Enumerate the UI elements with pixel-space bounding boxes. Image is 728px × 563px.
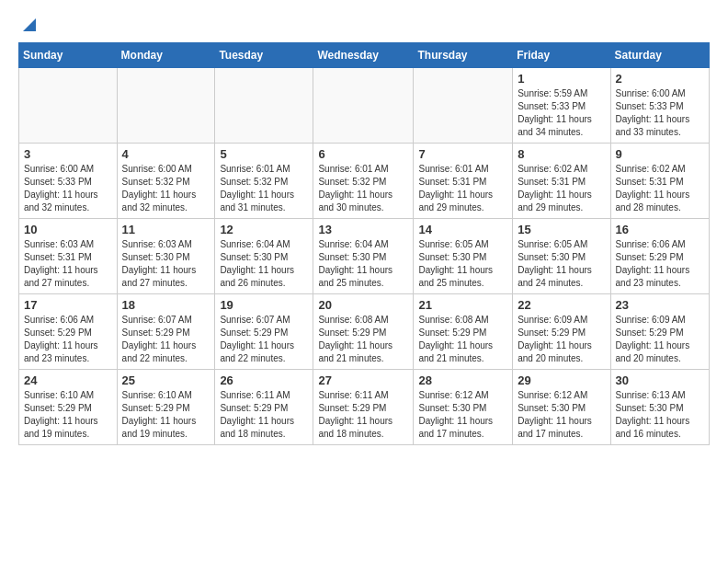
day-number: 13: [318, 223, 408, 236]
day-number: 29: [518, 373, 605, 387]
day-info: Sunrise: 6:00 AM Sunset: 5:33 PM Dayligh…: [24, 163, 112, 214]
week-row-5: 24Sunrise: 6:10 AM Sunset: 5:29 PM Dayli…: [19, 370, 710, 445]
day-info: Sunrise: 6:10 AM Sunset: 5:29 PM Dayligh…: [122, 389, 210, 441]
day-number: 15: [518, 223, 605, 236]
calendar-cell: [19, 68, 118, 144]
day-info: Sunrise: 6:08 AM Sunset: 5:29 PM Dayligh…: [318, 314, 408, 365]
day-info: Sunrise: 6:04 AM Sunset: 5:30 PM Dayligh…: [318, 238, 408, 290]
day-info: Sunrise: 6:03 AM Sunset: 5:30 PM Dayligh…: [122, 238, 210, 290]
day-number: 17: [24, 298, 112, 312]
calendar-cell: 23Sunrise: 6:09 AM Sunset: 5:29 PM Dayli…: [610, 294, 709, 370]
weekday-header-friday: Friday: [513, 43, 610, 68]
day-info: Sunrise: 5:59 AM Sunset: 5:33 PM Dayligh…: [518, 87, 605, 139]
calendar-cell: 3Sunrise: 6:00 AM Sunset: 5:33 PM Daylig…: [19, 144, 118, 219]
calendar-cell: 21Sunrise: 6:08 AM Sunset: 5:29 PM Dayli…: [414, 294, 513, 370]
day-info: Sunrise: 6:09 AM Sunset: 5:29 PM Dayligh…: [616, 314, 704, 365]
day-info: Sunrise: 6:04 AM Sunset: 5:30 PM Dayligh…: [220, 238, 308, 290]
week-row-1: 1Sunrise: 5:59 AM Sunset: 5:33 PM Daylig…: [19, 68, 710, 144]
day-number: 7: [418, 147, 507, 161]
day-number: 14: [418, 223, 507, 236]
day-number: 24: [24, 373, 112, 387]
day-number: 21: [418, 298, 507, 312]
day-info: Sunrise: 6:06 AM Sunset: 5:29 PM Dayligh…: [24, 314, 112, 365]
day-info: Sunrise: 6:05 AM Sunset: 5:30 PM Dayligh…: [418, 238, 507, 290]
day-info: Sunrise: 6:01 AM Sunset: 5:31 PM Dayligh…: [418, 163, 507, 214]
day-info: Sunrise: 6:09 AM Sunset: 5:29 PM Dayligh…: [518, 314, 605, 365]
weekday-header-saturday: Saturday: [610, 43, 709, 68]
day-number: 19: [220, 298, 308, 312]
calendar-cell: 1Sunrise: 5:59 AM Sunset: 5:33 PM Daylig…: [513, 68, 610, 144]
day-info: Sunrise: 6:06 AM Sunset: 5:29 PM Dayligh…: [616, 238, 704, 290]
day-info: Sunrise: 6:11 AM Sunset: 5:29 PM Dayligh…: [318, 389, 408, 441]
weekday-header-monday: Monday: [117, 43, 215, 68]
weekday-header-row: SundayMondayTuesdayWednesdayThursdayFrid…: [19, 43, 710, 68]
day-number: 2: [616, 72, 704, 86]
calendar-cell: 13Sunrise: 6:04 AM Sunset: 5:30 PM Dayli…: [313, 219, 414, 294]
day-info: Sunrise: 6:07 AM Sunset: 5:29 PM Dayligh…: [122, 314, 210, 365]
calendar-cell: 4Sunrise: 6:00 AM Sunset: 5:32 PM Daylig…: [117, 144, 215, 219]
weekday-header-sunday: Sunday: [19, 43, 118, 68]
day-number: 30: [616, 373, 704, 387]
day-info: Sunrise: 6:02 AM Sunset: 5:31 PM Dayligh…: [518, 163, 605, 214]
day-info: Sunrise: 6:08 AM Sunset: 5:29 PM Dayligh…: [418, 314, 507, 365]
day-info: Sunrise: 6:05 AM Sunset: 5:30 PM Dayligh…: [518, 238, 605, 290]
day-number: 4: [122, 147, 210, 161]
calendar-cell: 17Sunrise: 6:06 AM Sunset: 5:29 PM Dayli…: [19, 294, 118, 370]
day-info: Sunrise: 6:00 AM Sunset: 5:32 PM Dayligh…: [122, 163, 210, 214]
day-number: 8: [518, 147, 605, 161]
day-info: Sunrise: 6:01 AM Sunset: 5:32 PM Dayligh…: [220, 163, 308, 214]
day-number: 3: [24, 147, 112, 161]
calendar-page: SundayMondayTuesdayWednesdayThursdayFrid…: [0, 0, 728, 454]
week-row-4: 17Sunrise: 6:06 AM Sunset: 5:29 PM Dayli…: [19, 294, 710, 370]
day-number: 18: [122, 298, 210, 312]
day-number: 25: [122, 373, 210, 387]
calendar-cell: 20Sunrise: 6:08 AM Sunset: 5:29 PM Dayli…: [313, 294, 414, 370]
calendar-cell: 28Sunrise: 6:12 AM Sunset: 5:30 PM Dayli…: [414, 370, 513, 445]
calendar-cell: 26Sunrise: 6:11 AM Sunset: 5:29 PM Dayli…: [215, 370, 313, 445]
calendar-cell: 6Sunrise: 6:01 AM Sunset: 5:32 PM Daylig…: [313, 144, 414, 219]
day-info: Sunrise: 6:11 AM Sunset: 5:29 PM Dayligh…: [220, 389, 308, 441]
weekday-header-tuesday: Tuesday: [215, 43, 313, 68]
calendar-cell: 16Sunrise: 6:06 AM Sunset: 5:29 PM Dayli…: [610, 219, 709, 294]
logo: [18, 15, 36, 33]
day-number: 12: [220, 223, 308, 236]
day-info: Sunrise: 6:12 AM Sunset: 5:30 PM Dayligh…: [418, 389, 507, 441]
calendar-cell: 12Sunrise: 6:04 AM Sunset: 5:30 PM Dayli…: [215, 219, 313, 294]
calendar-cell: [117, 68, 215, 144]
weekday-header-wednesday: Wednesday: [313, 43, 414, 68]
day-info: Sunrise: 6:02 AM Sunset: 5:31 PM Dayligh…: [616, 163, 704, 214]
day-number: 28: [418, 373, 507, 387]
calendar-cell: [414, 68, 513, 144]
day-number: 11: [122, 223, 210, 236]
day-info: Sunrise: 6:07 AM Sunset: 5:29 PM Dayligh…: [220, 314, 308, 365]
day-info: Sunrise: 6:00 AM Sunset: 5:33 PM Dayligh…: [616, 87, 704, 139]
calendar-cell: 8Sunrise: 6:02 AM Sunset: 5:31 PM Daylig…: [513, 144, 610, 219]
header: [18, 15, 710, 33]
week-row-2: 3Sunrise: 6:00 AM Sunset: 5:33 PM Daylig…: [19, 144, 710, 219]
calendar-cell: 30Sunrise: 6:13 AM Sunset: 5:30 PM Dayli…: [610, 370, 709, 445]
calendar-cell: 2Sunrise: 6:00 AM Sunset: 5:33 PM Daylig…: [610, 68, 709, 144]
day-number: 16: [616, 223, 704, 236]
day-number: 10: [24, 223, 112, 236]
calendar-cell: 7Sunrise: 6:01 AM Sunset: 5:31 PM Daylig…: [414, 144, 513, 219]
svg-marker-0: [23, 18, 36, 31]
calendar-table: SundayMondayTuesdayWednesdayThursdayFrid…: [18, 42, 710, 445]
calendar-cell: 15Sunrise: 6:05 AM Sunset: 5:30 PM Dayli…: [513, 219, 610, 294]
day-number: 26: [220, 373, 308, 387]
weekday-header-thursday: Thursday: [414, 43, 513, 68]
day-info: Sunrise: 6:12 AM Sunset: 5:30 PM Dayligh…: [518, 389, 605, 441]
calendar-cell: 22Sunrise: 6:09 AM Sunset: 5:29 PM Dayli…: [513, 294, 610, 370]
day-number: 9: [616, 147, 704, 161]
calendar-cell: 19Sunrise: 6:07 AM Sunset: 5:29 PM Dayli…: [215, 294, 313, 370]
calendar-cell: 14Sunrise: 6:05 AM Sunset: 5:30 PM Dayli…: [414, 219, 513, 294]
calendar-cell: 29Sunrise: 6:12 AM Sunset: 5:30 PM Dayli…: [513, 370, 610, 445]
calendar-cell: 27Sunrise: 6:11 AM Sunset: 5:29 PM Dayli…: [313, 370, 414, 445]
day-info: Sunrise: 6:13 AM Sunset: 5:30 PM Dayligh…: [616, 389, 704, 441]
logo-icon: [19, 15, 36, 31]
calendar-cell: 10Sunrise: 6:03 AM Sunset: 5:31 PM Dayli…: [19, 219, 118, 294]
week-row-3: 10Sunrise: 6:03 AM Sunset: 5:31 PM Dayli…: [19, 219, 710, 294]
calendar-cell: 11Sunrise: 6:03 AM Sunset: 5:30 PM Dayli…: [117, 219, 215, 294]
calendar-cell: [313, 68, 414, 144]
day-number: 20: [318, 298, 408, 312]
day-number: 22: [518, 298, 605, 312]
